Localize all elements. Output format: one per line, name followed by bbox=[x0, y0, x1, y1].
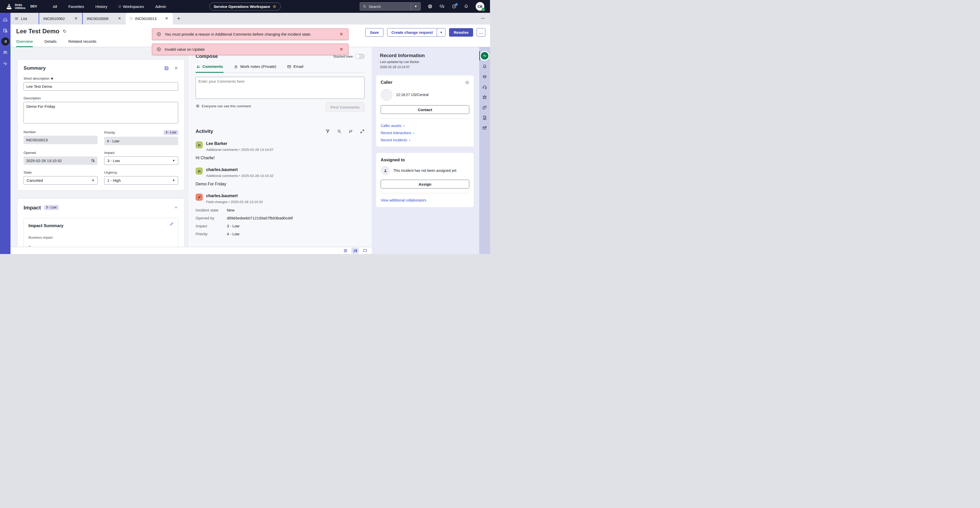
tag-icon[interactable] bbox=[62, 29, 67, 33]
contact-button[interactable]: Contact bbox=[381, 105, 469, 114]
recent-interactions-link[interactable]: Recent interactions› bbox=[381, 131, 469, 135]
edit-pencil-icon[interactable] bbox=[169, 222, 174, 226]
menu-all[interactable]: All bbox=[53, 4, 57, 9]
tab-inc0010008[interactable]: INC0010008 ✕ bbox=[82, 13, 126, 24]
expand-icon[interactable] bbox=[360, 129, 364, 134]
field-change-value: d99d3edeeb0712100a07fb93bad0cd4f bbox=[227, 216, 364, 220]
collapse-section-icon[interactable] bbox=[174, 205, 178, 210]
rail-new-email-icon[interactable] bbox=[479, 123, 490, 133]
split-view-icon[interactable] bbox=[351, 248, 359, 254]
close-tab-icon[interactable]: ✕ bbox=[164, 16, 169, 21]
error-banner-comments-reason: You must provide a reason in Additional … bbox=[152, 29, 348, 40]
assigned-to-title: Assigned to bbox=[381, 158, 405, 162]
notifications-bell-icon[interactable] bbox=[464, 4, 469, 9]
chat-icon[interactable] bbox=[439, 4, 445, 9]
dismiss-error-icon[interactable]: ✕ bbox=[339, 46, 344, 52]
save-section-icon[interactable] bbox=[164, 66, 169, 71]
workspace-pill[interactable]: Service Operations Workspace ☆ bbox=[209, 3, 281, 11]
activity-title: Activity bbox=[196, 129, 213, 134]
close-tab-icon[interactable]: ✕ bbox=[74, 16, 78, 21]
record-tab-strip: List INC0010062 ✕ INC0010008 ✕ INC001001… bbox=[11, 13, 490, 24]
activity-author[interactable]: charles.baumert bbox=[206, 167, 274, 172]
calendar-icon[interactable] bbox=[91, 159, 95, 162]
help-icon[interactable]: ? bbox=[452, 4, 457, 9]
dismiss-error-icon[interactable]: ✕ bbox=[339, 31, 344, 37]
field-change-avatar-icon bbox=[196, 194, 203, 201]
field-change-label: Priority bbox=[196, 232, 224, 236]
short-description-input[interactable] bbox=[24, 82, 178, 91]
tab-overview[interactable]: Overview bbox=[16, 39, 33, 47]
tab-related-records[interactable]: Related records bbox=[68, 39, 96, 47]
comment-input[interactable] bbox=[196, 77, 364, 99]
list-view-icon[interactable] bbox=[342, 248, 349, 254]
required-icon: ✱ bbox=[51, 77, 53, 80]
tab-work-notes[interactable]: Work notes (Private) bbox=[233, 64, 277, 73]
favorite-star-icon[interactable]: ☆ bbox=[272, 4, 276, 9]
error-banner-invalid-value: Invalid value on Update ✕ bbox=[152, 43, 348, 55]
create-change-request-button[interactable]: Create change request bbox=[387, 29, 437, 37]
create-change-caret-icon[interactable]: ▼ bbox=[437, 29, 445, 37]
rail-people-icon[interactable] bbox=[0, 48, 11, 57]
impact-badge: 3 - Low bbox=[44, 205, 59, 210]
post-comments-button[interactable]: Post Comments bbox=[326, 102, 364, 111]
recent-incidents-link[interactable]: Recent incidents› bbox=[381, 138, 469, 142]
activity-author[interactable]: charles.baumert bbox=[206, 194, 263, 198]
search-icon[interactable] bbox=[337, 129, 342, 134]
search-icon bbox=[360, 4, 369, 8]
tab-overflow-icon[interactable] bbox=[480, 16, 485, 21]
info-icon[interactable] bbox=[465, 80, 469, 84]
user-avatar[interactable]: CB bbox=[476, 2, 484, 11]
form-column: Summary Short description✱ bbox=[11, 47, 188, 247]
tab-inc0010013-active[interactable]: INC0010013 ✕ bbox=[126, 13, 173, 24]
view-collaborators-link[interactable]: View additional collaborators bbox=[381, 198, 426, 202]
resolve-button[interactable]: Resolve bbox=[449, 28, 473, 37]
state-select[interactable]: Canceled▼ bbox=[24, 176, 97, 185]
globe-icon[interactable] bbox=[428, 4, 433, 9]
menu-favorites[interactable]: Favorites bbox=[68, 4, 84, 9]
rail-agent-assist-icon[interactable] bbox=[479, 82, 490, 92]
description-label: Description bbox=[24, 96, 178, 100]
tab-inc0010062[interactable]: INC0010062 ✕ bbox=[39, 13, 82, 24]
close-section-icon[interactable] bbox=[174, 66, 178, 70]
tab-email[interactable]: Email bbox=[286, 64, 304, 73]
urgency-select[interactable]: 1 - High▼ bbox=[104, 176, 178, 185]
impact-select[interactable]: 3 - Low▼ bbox=[104, 156, 178, 165]
search-input[interactable] bbox=[369, 4, 411, 9]
filter-icon[interactable] bbox=[325, 129, 330, 134]
rail-collaboration-icon[interactable] bbox=[479, 92, 490, 102]
description-textarea[interactable]: Demo For Friday bbox=[24, 102, 178, 123]
sort-icon[interactable] bbox=[348, 129, 353, 134]
new-tab-icon[interactable] bbox=[177, 16, 181, 21]
rail-list-icon-active[interactable] bbox=[0, 37, 11, 46]
rail-activity-icon[interactable] bbox=[0, 59, 11, 68]
opened-field: 2025-02-28 13:10:32 bbox=[24, 156, 97, 165]
rail-home-icon[interactable] bbox=[0, 15, 11, 24]
rail-activity-stream-active[interactable] bbox=[479, 50, 490, 61]
tab-list[interactable]: List bbox=[11, 13, 39, 24]
activity-entry: Lee Barker Additional comments • 2025-02… bbox=[196, 141, 364, 160]
rail-attachments-icon[interactable] bbox=[479, 102, 490, 113]
rail-calendar-icon[interactable] bbox=[0, 26, 11, 35]
menu-workspaces[interactable]: Workspaces bbox=[119, 4, 144, 9]
close-tab-icon[interactable]: ✕ bbox=[117, 16, 122, 21]
caller-assets-link[interactable]: Caller assets› bbox=[381, 123, 469, 128]
search-scope-dropdown[interactable]: ▼ bbox=[411, 3, 420, 10]
tab-details[interactable]: Details bbox=[45, 39, 57, 47]
menu-admin[interactable]: Admin bbox=[155, 4, 166, 9]
brand-logo[interactable]: Delta Utilities DEV bbox=[6, 3, 37, 10]
rail-knowledge-icon[interactable] bbox=[479, 72, 490, 82]
rail-notifications-icon[interactable] bbox=[479, 61, 490, 72]
env-badge: DEV bbox=[30, 5, 37, 8]
menu-history[interactable]: History bbox=[95, 4, 108, 9]
activity-author[interactable]: Lee Barker bbox=[206, 141, 274, 146]
more-actions-button[interactable]: ... bbox=[477, 28, 485, 37]
field-change-value: 4 - Low bbox=[227, 232, 364, 236]
assign-button[interactable]: Assign bbox=[381, 180, 469, 188]
business-impact-value: -- bbox=[29, 244, 173, 247]
field-change-value: New bbox=[227, 208, 364, 212]
stacked-view-toggle[interactable] bbox=[355, 54, 364, 59]
rail-document-icon[interactable] bbox=[479, 113, 490, 123]
tab-comments[interactable]: Comments bbox=[196, 64, 223, 73]
save-button[interactable]: Save bbox=[365, 28, 383, 37]
full-view-icon[interactable] bbox=[361, 248, 369, 254]
